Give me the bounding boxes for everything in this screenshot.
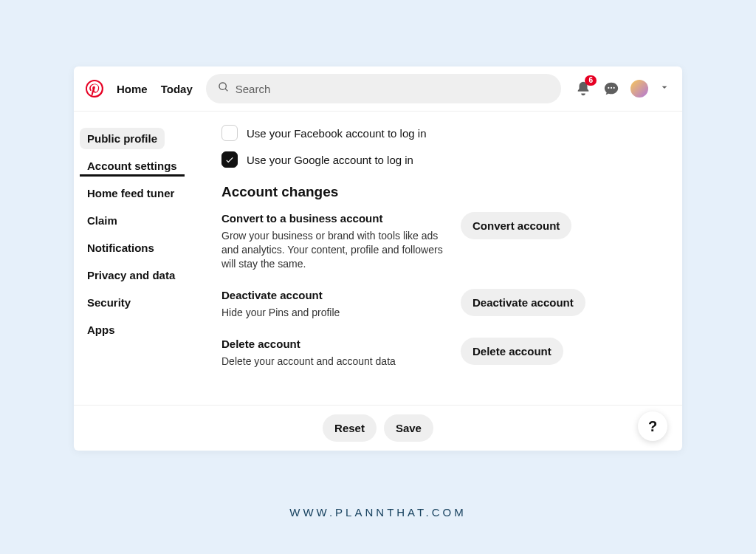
convert-desc: Grow your business or brand with tools l… (221, 229, 443, 271)
account-menu-chevron-icon[interactable] (659, 81, 670, 96)
checkbox-row-facebook: Use your Facebook account to log in (221, 125, 662, 141)
convert-account-button[interactable]: Convert account (461, 212, 571, 239)
delete-account-button[interactable]: Delete account (461, 338, 563, 365)
nav-home[interactable]: Home (117, 83, 148, 95)
search-input[interactable] (236, 83, 549, 95)
sidebar-item-apps[interactable]: Apps (80, 319, 123, 341)
facebook-login-checkbox[interactable] (221, 125, 238, 141)
sidebar-item-public-profile[interactable]: Public profile (80, 128, 165, 149)
sidebar-item-security[interactable]: Security (80, 292, 138, 313)
topbar: Home Today 6 (74, 66, 682, 112)
sidebar-item-claim[interactable]: Claim (80, 210, 125, 231)
convert-title: Convert to a business account (221, 212, 443, 225)
help-button[interactable]: ? (638, 411, 667, 441)
notifications-badge: 6 (585, 75, 597, 86)
footer: Reset Save ? (74, 405, 682, 451)
body: Public profile Account settings Home fee… (74, 112, 682, 405)
checkbox-row-google: Use your Google account to log in (221, 151, 662, 168)
nav-today[interactable]: Today (161, 83, 193, 95)
action-row-convert: Convert to a business account Grow your … (221, 212, 662, 271)
reset-button[interactable]: Reset (323, 414, 377, 442)
notifications-icon[interactable]: 6 (574, 80, 592, 98)
settings-panel: Home Today 6 Public profile Account se (74, 66, 682, 451)
google-login-checkbox[interactable] (221, 151, 238, 168)
topbar-icons: 6 (574, 80, 670, 98)
avatar[interactable] (630, 80, 648, 98)
section-title-account-changes: Account changes (221, 184, 662, 200)
action-row-deactivate: Deactivate account Hide your Pins and pr… (221, 289, 662, 320)
sidebar-item-home-feed-tuner[interactable]: Home feed tuner (80, 182, 182, 204)
deactivate-account-button[interactable]: Deactivate account (461, 289, 585, 316)
delete-desc: Delete your account and account data (221, 355, 443, 369)
facebook-login-label: Use your Facebook account to log in (247, 127, 426, 140)
sidebar-item-account-settings[interactable]: Account settings (80, 155, 185, 177)
save-button[interactable]: Save (384, 414, 433, 442)
google-login-label: Use your Google account to log in (247, 154, 413, 166)
search-icon (218, 81, 230, 96)
deactivate-title: Deactivate account (221, 289, 443, 301)
action-row-delete: Delete account Delete your account and a… (221, 338, 662, 369)
pinterest-logo-icon[interactable] (86, 80, 103, 98)
delete-title: Delete account (221, 338, 443, 350)
sidebar-item-privacy-and-data[interactable]: Privacy and data (80, 264, 182, 286)
watermark: WWW.PLANNTHAT.COM (0, 506, 756, 519)
messages-icon[interactable] (602, 80, 620, 98)
sidebar-item-notifications[interactable]: Notifications (80, 237, 162, 259)
deactivate-desc: Hide your Pins and profile (221, 306, 443, 320)
content: Use your Facebook account to log in Use … (207, 112, 682, 405)
sidebar: Public profile Account settings Home fee… (74, 112, 207, 405)
search-bar[interactable] (206, 74, 561, 103)
